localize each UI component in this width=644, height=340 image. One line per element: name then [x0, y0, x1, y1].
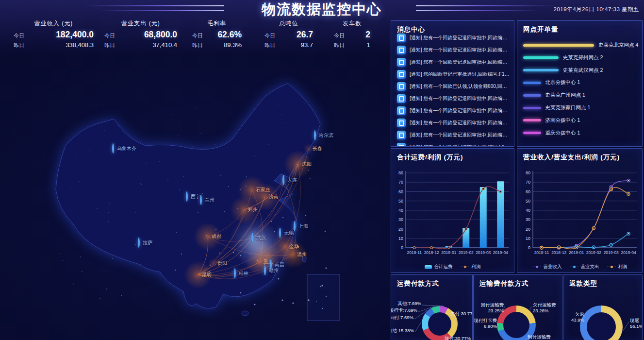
legend-label: 营业支出	[581, 264, 599, 270]
outlet-bar-label: 史莱克郑州网点 2	[563, 54, 603, 61]
message-item[interactable]: [通知] 您有一个回款登记退回审批中,回款编号:F190425...	[391, 32, 514, 44]
donut-hole	[503, 312, 529, 338]
notification-icon	[397, 143, 406, 147]
outlet-orders-panel: 网点开单量 史莱克北京网点 4史莱克郑州网点 2史莱克武汉网点 2北京分拨中心 …	[517, 20, 643, 147]
kpi-today-value: 62.6%	[207, 30, 242, 39]
outlet-bar-row[interactable]: 史莱克武汉网点 2	[523, 68, 603, 73]
svg-text:60: 60	[398, 189, 403, 194]
city-label-上海: 上海	[298, 223, 308, 230]
outlet-bar-row[interactable]: 史莱克北京网点 4	[523, 42, 638, 48]
revenue-expense-profit-legend[interactable]: 营业收入营业支出利润	[517, 264, 642, 270]
svg-text:30: 30	[398, 217, 403, 222]
bar	[523, 94, 541, 97]
bar	[523, 119, 541, 121]
legend-item-利润[interactable]: 利润	[607, 264, 627, 270]
message-item[interactable]: [通知] 您有一个回款登记退回审批中,回款编号:F190425...	[391, 56, 514, 68]
city-marker-兰州[interactable]	[200, 196, 202, 204]
svg-text:2019-01: 2019-01	[569, 250, 584, 255]
legend-line-swatch	[532, 266, 541, 269]
legend-label: 合计运费	[434, 264, 453, 270]
message-item[interactable]: [通知] 您有一个回款登记退回审批中,回款编号:F190425...	[391, 117, 514, 129]
outlet-bar-row[interactable]: 史莱克广州网点 1	[523, 92, 585, 98]
outlet-bar-row[interactable]: 史莱克郑州网点 2	[523, 55, 603, 61]
message-list[interactable]: [通知] 您有一个回款登记退回审批中,回款编号:F190425...[通知] 您…	[391, 32, 514, 146]
city-label-兰州: 兰州	[205, 197, 215, 204]
city-dot	[138, 238, 140, 248]
legend-item-利润[interactable]: 利润	[461, 264, 481, 270]
outlet-bar-row[interactable]: 济南分拨中心 1	[523, 118, 580, 123]
page-title: 物流数据监控中心	[262, 0, 382, 19]
message-item[interactable]: [通知] 您有一个回款登记退回审批中,回款编号:F190425...	[391, 129, 514, 141]
kpi-block: 总吨位今日26.7昨日93.7	[264, 19, 313, 50]
kpi-block: 营业收入 (元)今日182,400.0昨日338,408.3	[14, 19, 94, 50]
pie-label-现付打卡费: 现付打卡费6.90%	[474, 318, 497, 330]
notification-icon	[397, 82, 406, 91]
city-dot	[251, 233, 253, 243]
svg-text:0: 0	[528, 245, 530, 250]
svg-text:2019-03: 2019-03	[476, 250, 491, 255]
message-text: [通知] 您有一个回款登记退回审批中,回款编号:F190425...	[410, 107, 510, 114]
city-marker-赣州[interactable]	[264, 266, 266, 275]
city-marker-武汉[interactable]	[251, 234, 253, 242]
city-label-大连: 大连	[287, 177, 297, 184]
svg-text:20: 20	[398, 227, 403, 232]
svg-text:2019-04: 2019-04	[621, 250, 636, 255]
kpi-period-label: 今日	[264, 31, 279, 40]
legend-item-合计运费[interactable]: 合计运费	[425, 264, 453, 270]
bar	[523, 56, 559, 59]
china-map[interactable]: 哈尔滨长春沈阳乌鲁木齐大连石家庄济南西宁兰州郑州上海无锡武汉成都拉萨金华温州贵阳…	[0, 49, 391, 340]
freight-payment-title: 运费付款方式	[391, 275, 472, 290]
message-center-panel: 消息中心 [通知] 您有一个回款登记退回审批中,回款编号:F190425...[…	[391, 20, 514, 147]
kpi-label: 营业收入 (元)	[14, 19, 94, 28]
city-marker-大连[interactable]	[282, 176, 284, 185]
kpi-period-label: 今日	[192, 31, 207, 40]
notification-icon	[397, 94, 406, 103]
notification-icon	[397, 119, 406, 127]
notification-icon	[397, 106, 406, 115]
city-marker-西宁[interactable]	[186, 192, 188, 201]
legend-line-swatch	[570, 266, 578, 269]
outlet-bar-label: 史莱克张家口网点 1	[545, 104, 591, 111]
message-item[interactable]: [通知] 您有一个回款登记待审批,回款编号:F190425...	[391, 141, 514, 146]
dashboard-root: 物流数据监控中心 2019年4月26日 10:47:33 星期五 营业收入 (元…	[0, 0, 644, 340]
legend-item-营业收入[interactable]: 营业收入	[532, 264, 562, 270]
message-item[interactable]: [通知] 您有一个回款登记退回审批中,回款编号:F190425...	[391, 104, 514, 117]
svg-text:2018-11: 2018-11	[534, 250, 549, 255]
outlet-bar-row[interactable]: 史莱克张家口网点 1	[523, 105, 590, 111]
kpi-period-label: 今日	[104, 31, 119, 40]
freight-profit-panel: 合计运费/利润 (万元) 010203040506070802018-11201…	[391, 148, 514, 273]
svg-text:2019-04: 2019-04	[493, 250, 508, 255]
svg-text:2018-11: 2018-11	[407, 250, 422, 255]
city-label-金华: 金华	[289, 243, 299, 250]
notification-icon	[397, 58, 406, 67]
city-label-成都: 成都	[212, 233, 221, 240]
svg-text:2019-01: 2019-01	[441, 250, 456, 255]
kpi-block: 营业支出 (元)今日68,800.0昨日37,410.4	[104, 19, 177, 50]
message-text: [通知] 您有一个回款登记退回审批中,回款编号:F190425...	[410, 59, 510, 66]
city-label-济南: 济南	[269, 193, 279, 200]
kpi-today-row: 今日2	[334, 30, 370, 40]
transport-payment-panel: 运输费付款方式 欠付运输费23.26%到付运输费46.59%现付打卡费6.90%…	[473, 274, 562, 340]
message-item[interactable]: [通知] 您有一个回款已认领,认领金额600,回款编...	[391, 80, 514, 92]
kpi-label: 发车数	[334, 19, 370, 28]
message-item[interactable]: [通知] 您有一个回款登记退回审批中,回款编号:F190425...	[391, 92, 514, 104]
message-item[interactable]: [通知] 您有一个回款登记退回审批中,回款编号:F190425...	[391, 44, 514, 56]
city-marker-无锡[interactable]	[279, 229, 281, 238]
city-dot	[279, 228, 281, 238]
city-label-无锡: 无锡	[284, 230, 294, 237]
city-marker-桂林[interactable]	[234, 269, 236, 278]
city-marker-乌鲁木齐[interactable]	[112, 144, 114, 153]
city-marker-拉萨[interactable]	[138, 238, 140, 247]
message-item[interactable]: [通知] 您的回款登记已审批通过,回款编号:F19042501...	[391, 68, 514, 80]
freight-payment-panel: 运费付款方式 其他:7.69%欠付:30.77%现付:30.77%月结:15.3…	[391, 274, 473, 340]
freight-profit-legend[interactable]: 合计运费利润	[391, 264, 514, 270]
city-marker-上海[interactable]	[294, 222, 296, 231]
outlet-orders-chart: 史莱克北京网点 4史莱克郑州网点 2史莱克武汉网点 2北京分拨中心 1史莱克广州…	[523, 42, 639, 146]
city-marker-哈尔滨[interactable]	[314, 131, 316, 140]
legend-label: 营业收入	[544, 264, 562, 270]
legend-item-营业支出[interactable]: 营业支出	[570, 264, 599, 270]
outlet-bar-row[interactable]: 北京分拨中心 1	[523, 80, 580, 85]
city-label-昆明: 昆明	[202, 272, 212, 278]
pie-label-其他: 其他:7.69%	[397, 301, 421, 306]
outlet-bar-row[interactable]: 重庆分拨中心 1	[523, 130, 580, 136]
